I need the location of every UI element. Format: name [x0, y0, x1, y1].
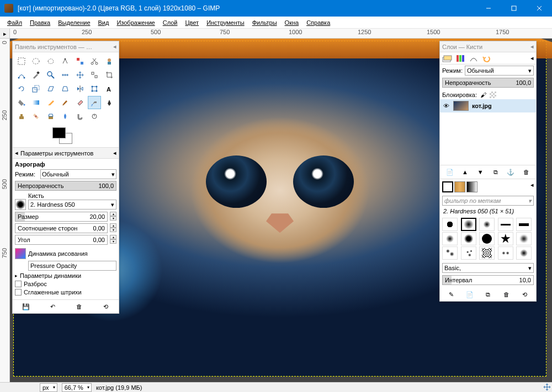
ellipse-select-tool[interactable]	[29, 55, 43, 68]
brush-tabs-menu-icon[interactable]: ◂	[530, 181, 534, 192]
rotate-tool[interactable]	[15, 82, 28, 95]
brush-item[interactable]	[442, 218, 458, 231]
brush-item[interactable]	[461, 218, 476, 231]
brush-item[interactable]	[498, 232, 513, 245]
dock-menu-icon[interactable]: ◂	[113, 149, 116, 157]
ruler-vertical[interactable]: 0 250 500 750	[0, 39, 10, 382]
brushes-tab[interactable]	[442, 181, 453, 192]
color-select-tool[interactable]	[73, 55, 87, 68]
minimize-button[interactable]	[476, 0, 501, 17]
zoom-tool[interactable]	[44, 68, 57, 82]
brush-item[interactable]	[479, 232, 495, 245]
new-layer-icon[interactable]: 📄	[445, 168, 454, 176]
ratio-spinner[interactable]: ▴▾	[110, 223, 116, 233]
dodge-tool[interactable]	[88, 110, 101, 123]
patterns-tab[interactable]	[454, 181, 465, 192]
tabs-menu-icon[interactable]: ◂	[530, 55, 534, 62]
brush-preset-select[interactable]: Basic,▾	[442, 263, 534, 273]
measure-tool[interactable]	[59, 68, 72, 82]
menu-file[interactable]: Файл	[3, 18, 26, 27]
toolbox-header[interactable]: Панель инструментов — … ◂	[13, 41, 119, 52]
cage-tool[interactable]	[88, 82, 101, 95]
paths-tab-icon[interactable]	[469, 54, 479, 63]
layer-opacity-slider[interactable]: Непрозрачность 100,0	[442, 78, 534, 88]
brush-item[interactable]	[516, 246, 532, 260]
menu-layer[interactable]: Слой	[159, 18, 182, 27]
align-tool[interactable]	[88, 68, 101, 82]
menu-windows[interactable]: Окна	[281, 18, 303, 27]
menu-edit[interactable]: Правка	[26, 18, 54, 27]
foreground-select-tool[interactable]	[103, 55, 116, 68]
zoom-select[interactable]: 66,7 %	[62, 383, 92, 392]
lock-alpha-icon[interactable]	[490, 92, 496, 98]
brush-item[interactable]	[479, 218, 495, 231]
menu-help[interactable]: Справка	[302, 18, 334, 27]
airbrush-tool[interactable]	[88, 96, 101, 109]
menu-view[interactable]: Вид	[94, 18, 113, 27]
anchor-layer-icon[interactable]: ⚓	[506, 168, 515, 176]
brush-item[interactable]	[498, 246, 513, 260]
navigation-icon[interactable]	[543, 383, 551, 391]
ratio-slider[interactable]: Соотношение сторон 0,00	[15, 223, 108, 233]
perspective-tool[interactable]	[59, 82, 72, 95]
lower-layer-icon[interactable]: ▼	[476, 168, 485, 176]
brush-thumb[interactable]	[15, 199, 26, 210]
lock-pixels-icon[interactable]: 🖌	[480, 92, 486, 98]
fg-color-swatch[interactable]	[52, 127, 66, 138]
chevron-left-icon[interactable]: ◂	[113, 43, 116, 50]
opacity-slider[interactable]: Непрозрачность 100,0	[15, 181, 116, 191]
brush-item[interactable]	[516, 232, 532, 245]
unit-select[interactable]: px	[40, 383, 57, 392]
delete-layer-icon[interactable]: 🗑	[522, 168, 530, 176]
fuzzy-select-tool[interactable]	[59, 55, 72, 68]
paintbrush-tool[interactable]	[59, 96, 72, 109]
heal-tool[interactable]	[29, 110, 43, 123]
menu-image[interactable]: Изображение	[113, 18, 158, 27]
menu-filters[interactable]: Фильтры	[248, 18, 281, 27]
layers-header[interactable]: Слои — Кисти ◂	[440, 41, 536, 52]
dynamics-select[interactable]: Pressure Opacity	[28, 261, 116, 271]
angle-spinner[interactable]: ▴▾	[110, 235, 116, 245]
brush-select[interactable]: 2. Hardness 050▾	[28, 200, 116, 210]
layer-item[interactable]: 👁 кот.jpg	[440, 99, 536, 112]
restore-preset-icon[interactable]: ↶	[48, 302, 57, 311]
color-swatches[interactable]	[13, 125, 119, 147]
new-brush-icon[interactable]: 📄	[465, 290, 474, 299]
brush-item[interactable]	[498, 218, 513, 231]
rect-select-tool[interactable]	[15, 55, 28, 68]
menu-select[interactable]: Выделение	[54, 18, 94, 27]
smudge-tool[interactable]	[73, 110, 87, 123]
scatter-checkbox[interactable]	[15, 281, 22, 287]
brush-item[interactable]	[461, 246, 476, 260]
crop-tool[interactable]	[103, 68, 116, 82]
undo-tab-icon[interactable]	[482, 54, 492, 63]
ruler-horizontal[interactable]: 0 250 500 750 1000 1250 1500 1750	[10, 29, 552, 38]
layer-name[interactable]: кот.jpg	[472, 103, 492, 109]
size-slider[interactable]: Размер 20,00	[15, 212, 108, 222]
text-tool[interactable]: A	[103, 82, 116, 95]
layer-visibility-icon[interactable]: 👁	[442, 103, 450, 109]
paths-tool[interactable]	[15, 68, 28, 82]
menu-color[interactable]: Цвет	[181, 18, 203, 27]
blend-tool[interactable]	[29, 96, 43, 109]
scale-tool[interactable]	[29, 82, 43, 95]
dynamics-icon[interactable]	[15, 248, 26, 259]
eraser-tool[interactable]	[73, 96, 87, 109]
duplicate-layer-icon[interactable]: ⧉	[491, 168, 500, 176]
delete-brush-icon[interactable]: 🗑	[502, 290, 511, 299]
dock-left-icon[interactable]: ◂	[15, 149, 18, 157]
close-button[interactable]	[527, 0, 552, 17]
delete-preset-icon[interactable]: 🗑	[75, 302, 83, 311]
ruler-corner[interactable]: ▸	[0, 29, 10, 39]
color-picker-tool[interactable]	[29, 68, 43, 82]
channels-tab-icon[interactable]	[455, 54, 465, 63]
reset-preset-icon[interactable]: ⟲	[101, 302, 110, 311]
dynamics-params-expander[interactable]: Параметры динамики	[15, 272, 116, 279]
ink-tool[interactable]	[103, 96, 116, 109]
layer-mode-select[interactable]: Обычный▾	[465, 66, 534, 76]
angle-slider[interactable]: Угол 0,00	[15, 235, 108, 245]
shear-tool[interactable]	[44, 82, 57, 95]
brush-filter-input[interactable]: фильтр по меткам▾	[442, 196, 534, 206]
scissors-tool[interactable]	[88, 55, 101, 68]
layers-tab-icon[interactable]	[442, 54, 452, 63]
